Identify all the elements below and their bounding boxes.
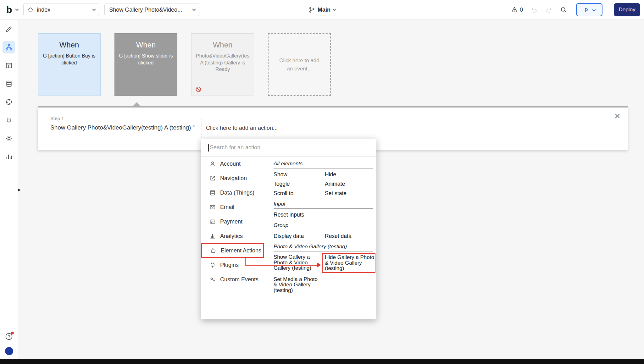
text-cursor [208, 144, 209, 152]
issues-count: 0 [520, 7, 523, 13]
git-branch-icon [308, 7, 315, 13]
logo-menu[interactable]: b [4, 4, 18, 15]
pencil-icon[interactable] [5, 25, 13, 33]
event-card-disabled[interactable]: When Photo&VideoGallery(tes A (testing) … [191, 33, 254, 96]
action-search-input[interactable] [201, 139, 376, 156]
redo-icon [545, 6, 552, 14]
expand-panel-handle[interactable]: ▶ [18, 186, 21, 193]
action-item[interactable]: Reset data [325, 233, 373, 240]
redo-button[interactable] [545, 6, 552, 14]
annotation-arrow-horizontal [245, 265, 318, 266]
plugins-icon [209, 262, 216, 268]
undo-button[interactable] [530, 6, 538, 14]
svg-text:?: ? [8, 334, 10, 339]
styles-icon[interactable] [5, 98, 13, 106]
event-card[interactable]: When G [action] Button Buy is clicked [38, 33, 101, 96]
annotation-arrowhead [317, 262, 321, 267]
close-icon[interactable]: ✕ [614, 112, 620, 121]
category-element-actions[interactable]: Element Actions [201, 243, 264, 258]
action-item[interactable]: Animate [325, 181, 373, 187]
action-grid: Show Gallery a Photo & Video Gallery (te… [274, 254, 373, 293]
deploy-button[interactable]: Deploy [614, 3, 640, 16]
action-item[interactable]: Show [274, 171, 325, 178]
action-item[interactable]: Hide [325, 171, 373, 178]
section-rule [274, 230, 373, 230]
database-icon[interactable] [5, 80, 13, 88]
action-item[interactable]: Show Gallery a Photo & Video Gallery (te… [274, 254, 321, 273]
action-item[interactable]: Reset inputs [274, 212, 325, 218]
event-card-selected[interactable]: When G [action] Show slider is clicked [114, 33, 177, 96]
payment-icon [209, 218, 216, 225]
category-label: Payment [220, 218, 242, 225]
play-icon [583, 7, 590, 13]
top-bar: b index Show Gallery Photo&Video... Main [0, 0, 644, 20]
action-item[interactable]: Set state [325, 190, 373, 197]
search-icon [560, 6, 567, 14]
page-selector[interactable]: index [23, 3, 99, 16]
layout-icon[interactable] [5, 61, 13, 69]
workflow-selector[interactable]: Show Gallery Photo&Video... [104, 3, 199, 16]
action-item[interactable]: Toggle [274, 181, 325, 187]
page-selector-value: index [37, 7, 50, 13]
search-button[interactable] [560, 6, 567, 14]
section-header: Photo & Video Gallery (testing) [274, 244, 373, 250]
category-label: Navigation [220, 175, 247, 182]
section-header: Input [274, 201, 373, 207]
step-panel-pointer [133, 102, 141, 106]
category-analytics[interactable]: Analytics [201, 229, 268, 243]
warning-icon [511, 6, 518, 13]
action-item [325, 277, 373, 293]
action-item[interactable]: Scroll to [274, 190, 325, 197]
bottom-bar [0, 359, 644, 364]
chevron-down-icon [592, 8, 596, 11]
undo-icon [530, 6, 538, 14]
chart-icon[interactable] [5, 152, 13, 161]
category-data-things[interactable]: Data (Things) [201, 185, 268, 200]
workflow-selector-value: Show Gallery Photo&Video... [109, 7, 182, 13]
action-item[interactable]: Set Media a Photo & Video Gallery (testi… [274, 277, 321, 293]
section-header: All elements [274, 161, 373, 167]
branch-label: Main [318, 7, 330, 13]
plugin-icon[interactable] [5, 116, 13, 124]
avatar[interactable] [5, 347, 13, 355]
navigation-icon [209, 175, 216, 181]
event-card-subtitle: G [action] Show slider is clicked [119, 52, 173, 66]
category-navigation[interactable]: Navigation [201, 171, 268, 185]
help-button[interactable]: ? [5, 332, 13, 341]
preview-button[interactable] [576, 3, 602, 16]
action-item[interactable]: Display data [274, 233, 325, 240]
left-toolbar: ? [0, 20, 18, 359]
workflow-canvas[interactable]: When G [action] Button Buy is clicked Wh… [18, 20, 644, 359]
category-label: Email [220, 204, 234, 211]
section-rule [274, 251, 373, 251]
email-icon [209, 204, 216, 210]
event-card-title: When [42, 41, 96, 49]
notification-dot [11, 332, 14, 334]
add-event-button[interactable]: Click here to add an event... [268, 33, 331, 96]
issues-indicator[interactable]: 0 [511, 6, 523, 13]
category-payment[interactable]: Payment [201, 214, 268, 229]
category-custom-events[interactable]: Custom Events [201, 272, 268, 287]
chevron-down-icon [15, 7, 19, 11]
branch-selector[interactable]: Main [308, 0, 336, 20]
home-icon [27, 7, 34, 13]
category-label: Plugins [220, 262, 239, 268]
category-account[interactable]: Account [201, 157, 268, 171]
category-label: Account [220, 161, 241, 167]
gear-icon[interactable] [5, 134, 13, 142]
action-item [325, 212, 373, 218]
action-grid: Reset inputs [274, 212, 373, 218]
category-email[interactable]: Email [201, 200, 268, 214]
chevron-down-icon [92, 7, 96, 11]
action-item-highlighted[interactable]: Hide Gallery a Photo & Video Gallery (te… [322, 253, 375, 273]
prohibited-icon [195, 86, 202, 92]
chevron-down-icon [332, 7, 336, 11]
workflow-tab-active[interactable] [3, 41, 15, 53]
arrow-right-icon: → [188, 120, 197, 130]
step-title[interactable]: Show Gallery Photo&VideoGallery(testing)… [50, 124, 191, 131]
analytics-icon [209, 233, 216, 239]
section-rule [274, 208, 373, 209]
category-label: Data (Things) [220, 190, 254, 196]
add-action-button[interactable]: Click here to add an action... [202, 118, 282, 138]
category-label: Analytics [220, 233, 243, 240]
